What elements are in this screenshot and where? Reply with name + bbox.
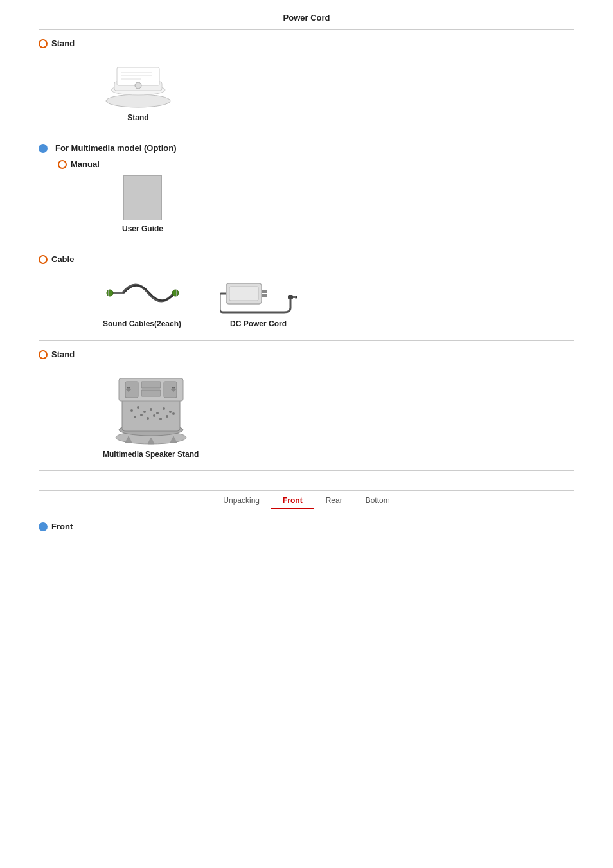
bullet-stand-2 — [39, 350, 48, 359]
nav-tabs: Unpacking Front Rear Bottom — [211, 493, 401, 509]
svg-point-37 — [166, 415, 168, 418]
svg-point-28 — [150, 408, 152, 411]
section-stand-2: Stand — [39, 341, 574, 470]
section-stand-1-label: Stand — [51, 39, 75, 48]
bullet-cable — [39, 255, 48, 264]
nav-tabs-container: Unpacking Front Rear Bottom — [39, 490, 574, 509]
tab-front[interactable]: Front — [271, 493, 314, 509]
stand-image — [103, 55, 173, 109]
svg-point-29 — [156, 412, 159, 414]
dc-cord-image — [220, 270, 297, 315]
multimedia-label: For Multimedia model (Option) — [55, 143, 177, 153]
multimedia-stand-item: Multimedia Speaker Stand — [103, 366, 199, 459]
svg-rect-24 — [122, 398, 180, 431]
sound-cable-label: Sound Cables(2each) — [103, 319, 181, 328]
multimedia-stand-label: Multimedia Speaker Stand — [103, 450, 199, 459]
svg-point-33 — [140, 414, 143, 416]
tab-unpacking[interactable]: Unpacking — [211, 493, 271, 509]
tab-bottom[interactable]: Bottom — [354, 493, 402, 509]
svg-point-25 — [130, 409, 133, 412]
manual-label: Manual — [71, 159, 100, 169]
bullet-front — [39, 522, 48, 531]
svg-point-11 — [172, 290, 179, 296]
stand-1-items: Stand — [103, 55, 574, 122]
front-section: Front — [39, 522, 574, 551]
svg-point-35 — [153, 414, 155, 417]
front-label: Front — [51, 522, 73, 531]
svg-point-27 — [143, 411, 146, 413]
section-stand-1-title: Stand — [39, 39, 574, 48]
svg-rect-15 — [262, 290, 267, 293]
svg-rect-41 — [141, 382, 161, 388]
svg-point-34 — [147, 417, 149, 420]
svg-rect-42 — [141, 390, 161, 396]
svg-point-31 — [169, 411, 172, 413]
dc-cord-item: DC Power Cord — [220, 270, 297, 328]
svg-point-26 — [137, 406, 139, 409]
svg-point-32 — [134, 416, 136, 418]
cable-items: Sound Cables(2each) — [103, 270, 574, 328]
dc-cord-label: DC Power Cord — [230, 319, 287, 328]
bullet-manual — [58, 160, 67, 169]
section-stand-2-label: Stand — [51, 350, 75, 359]
divider-4 — [39, 470, 574, 471]
stand-item: Stand — [103, 55, 173, 122]
page-container: Power Cord Stand — [0, 0, 613, 551]
section-stand-2-title: Stand — [39, 350, 574, 359]
manual-items: User Guide — [122, 175, 574, 233]
stand-1-label: Stand — [127, 113, 148, 122]
bullet-stand-1 — [39, 39, 48, 48]
section-multimedia: For Multimedia model (Option) Manual Use… — [39, 134, 574, 245]
svg-point-45 — [172, 387, 175, 391]
section-stand-1: Stand Stand — [39, 30, 574, 134]
multimedia-stand-image — [106, 366, 196, 446]
section-cable-title: Cable — [39, 254, 574, 264]
sound-cable-image — [103, 270, 181, 315]
power-cord-header: Power Cord — [39, 0, 574, 29]
svg-point-9 — [107, 290, 113, 296]
svg-rect-18 — [288, 295, 293, 299]
cable-label: Cable — [51, 254, 74, 264]
userguide-image — [123, 175, 162, 220]
front-section-title: Front — [39, 522, 574, 531]
svg-point-38 — [172, 412, 175, 415]
sub-section-manual: Manual User Guide — [58, 159, 574, 233]
sound-cable-item: Sound Cables(2each) — [103, 270, 181, 328]
svg-point-0 — [106, 94, 170, 107]
svg-point-7 — [135, 82, 141, 89]
svg-rect-14 — [229, 287, 258, 301]
section-cable: Cable Sound Cables(2each) — [39, 245, 574, 340]
svg-point-44 — [127, 387, 130, 391]
multimedia-stand-items: Multimedia Speaker Stand — [103, 366, 574, 459]
bullet-multimedia — [39, 144, 48, 153]
tab-rear[interactable]: Rear — [314, 493, 354, 509]
userguide-label: User Guide — [122, 224, 163, 233]
svg-rect-16 — [262, 294, 267, 297]
section-multimedia-title: For Multimedia model (Option) — [39, 143, 574, 153]
manual-title: Manual — [58, 159, 574, 169]
userguide-item: User Guide — [122, 175, 163, 233]
svg-point-36 — [159, 418, 162, 420]
svg-point-30 — [163, 407, 165, 410]
